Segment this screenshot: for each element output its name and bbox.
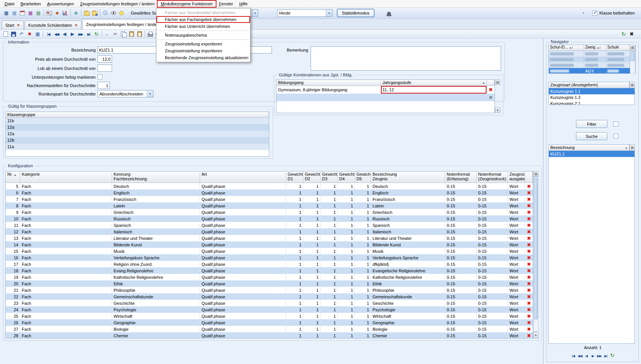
column-header-gewicht[interactable]: GewichtD3: [320, 171, 338, 183]
konfig-row[interactable]: 24FachPsychologieQualif.phase11111Psycho…: [6, 306, 533, 313]
konfig-scrollbar[interactable]: [533, 177, 539, 332]
save-icon[interactable]: [10, 30, 18, 38]
kombination-row-empty[interactable]: ✕: [277, 94, 495, 101]
last-icon[interactable]: ▶|: [85, 30, 93, 38]
new-icon[interactable]: [2, 30, 10, 38]
scrollbar-thumb[interactable]: [631, 51, 634, 61]
nachkomma-input[interactable]: [98, 82, 110, 89]
delete-row-button[interactable]: ✖: [525, 254, 533, 261]
delete-row-button[interactable]: ✖: [525, 228, 533, 235]
delete-row-button[interactable]: ✖: [525, 274, 533, 280]
school-row[interactable]: [549, 57, 635, 62]
matrix-icon[interactable]: ▦: [10, 9, 18, 17]
date-combo[interactable]: Heute ▼: [277, 9, 332, 17]
delete-row-button[interactable]: ✕: [487, 94, 495, 101]
chevron-down-icon[interactable]: ▼: [252, 10, 258, 16]
delete-row-button[interactable]: ✖: [525, 287, 533, 293]
chevron-down-icon[interactable]: ▼: [147, 91, 153, 97]
grid-settings-icon[interactable]: ⊞: [630, 45, 635, 50]
view-icon[interactable]: [109, 9, 117, 17]
grid-settings-icon[interactable]: ⊞: [533, 171, 539, 177]
column-header-bildungsgang[interactable]: Bildungsgang: [277, 80, 381, 86]
filter-checkbox[interactable]: [613, 121, 618, 126]
konfig-row[interactable]: 21FachPhilosophieQualif.phase11111Philos…: [6, 287, 533, 293]
refresh-view-button[interactable]: ↻: [620, 30, 628, 38]
menu-datei[interactable]: Datei: [2, 1, 18, 7]
folder-open-icon[interactable]: [83, 9, 91, 17]
konfig-row[interactable]: 27FachBiologieQualif.phase11111Biologie0…: [6, 326, 533, 332]
menu-fenster[interactable]: Fenster: [216, 1, 236, 7]
konfig-row[interactable]: 26FachGeographieQualif.phase11111Geograp…: [6, 319, 533, 326]
konfig-row[interactable]: 12FachItalienischQualif.phase11111Italie…: [6, 228, 533, 235]
menu-item-fächer-aus-fachangebot-übernehmen[interactable]: Fächer aus Fachangebot übernehmen: [156, 16, 250, 23]
menu-item-fächer-aus-stundentafel-übernehmen[interactable]: Fächer aus Stundentafel übernehmen: [156, 9, 250, 16]
bezeichnung-item[interactable]: KUZ1.1: [549, 151, 634, 157]
lob-input[interactable]: [98, 65, 112, 72]
menu-item-notenausgabeschema[interactable]: Notenausgabeschema: [156, 32, 250, 39]
chevron-down-icon[interactable]: ▼: [326, 10, 332, 16]
konfig-row[interactable]: 28FachChemieQualif.phase11111Chemie0-150…: [6, 332, 533, 338]
paste-icon[interactable]: [127, 30, 135, 38]
globe-icon[interactable]: ⊕: [72, 9, 80, 17]
delete-row-button[interactable]: ✖: [525, 300, 533, 306]
konfig-row[interactable]: 15FachMusikQualif.phase11111Musik0-150-1…: [6, 248, 533, 254]
school-row-selected[interactable]: AGY: [549, 68, 635, 74]
copy-icon[interactable]: [119, 30, 127, 38]
timetable-icon[interactable]: ▦: [2, 9, 10, 17]
zeugnisart-item[interactable]: Kurszeugnis 2.1: [549, 100, 634, 105]
grid-settings-icon[interactable]: ⊞: [630, 82, 635, 88]
zeugnisart-header[interactable]: Zeugnisart (Anzeigeform): [548, 82, 630, 88]
konfig-row[interactable]: 23FachGeschichteQualif.phase11111Geschic…: [6, 300, 533, 306]
tip-icon[interactable]: [117, 9, 125, 17]
refresh-button[interactable]: ↻: [609, 352, 616, 358]
scroll-down-icon[interactable]: ▼: [533, 332, 539, 338]
konfig-row[interactable]: 7FachFranzösischQualif.phase11111Französ…: [6, 196, 533, 202]
column-header-notenformat[interactable]: Notenformat(Erfassung): [445, 171, 477, 183]
next-fast-button[interactable]: ▶▶: [596, 353, 603, 359]
delete-row-button[interactable]: ✖: [525, 313, 533, 319]
column-header-notenformat[interactable]: Notenformat(Zeugnisdruck): [477, 171, 508, 183]
delete-row-button[interactable]: ✖: [525, 332, 533, 338]
paste-special-icon[interactable]: [135, 30, 143, 38]
delete-row-button[interactable]: ✖: [525, 196, 533, 202]
keep-class-checkbox[interactable]: [592, 11, 597, 16]
prev-fast-button[interactable]: ◀◀: [577, 353, 583, 359]
konfig-row[interactable]: 13FachLiteratur und TheaterQualif.phase1…: [6, 235, 533, 241]
grid-settings-icon[interactable]: ⊞: [630, 144, 635, 151]
idcard-icon[interactable]: [45, 9, 53, 17]
school-row[interactable]: [549, 51, 635, 57]
delete-row-button[interactable]: ✖: [525, 306, 533, 313]
konfig-row[interactable]: 14FachBildende KunstQualif.phase11111Bil…: [6, 241, 533, 248]
calendar-icon[interactable]: [18, 9, 26, 17]
chart-icon[interactable]: [61, 9, 69, 17]
delete-icon[interactable]: ✖: [26, 30, 34, 38]
klassengruppe-row[interactable]: 11b: [6, 118, 269, 124]
column-header-art[interactable]: Art: [200, 171, 286, 183]
menu-item-fächer-aus-unterricht-übernehmen[interactable]: Fächer aus Unterricht übernehmen: [156, 23, 250, 30]
filter-button[interactable]: Filter: [576, 120, 607, 128]
next-icon[interactable]: ▶: [68, 30, 76, 38]
klassengruppe-row[interactable]: 12b: [6, 137, 269, 144]
column-header-gewicht[interactable]: GewichtD2: [303, 171, 320, 183]
column-header-zweig[interactable]: Zweig▲2: [584, 45, 606, 51]
print-icon[interactable]: [146, 30, 154, 38]
grid-settings-icon[interactable]: ⊞: [495, 79, 500, 85]
delete-row-button[interactable]: ✖: [487, 86, 495, 94]
column-header-kennung[interactable]: KennungFachbezeichnung: [112, 171, 200, 183]
back-icon[interactable]: ←: [103, 30, 111, 38]
konfig-row[interactable]: 19FachKatholische ReligionslehreQualif.p…: [6, 274, 533, 280]
menu-item-zeugniseinstellung-exportieren[interactable]: Zeugniseinstellung exportieren: [156, 40, 250, 47]
unterpunktungen-checkbox[interactable]: [98, 74, 102, 79]
konfig-row[interactable]: 5FachDeutschQualif.phase11111Deutsch0-15…: [6, 183, 533, 189]
groups-icon[interactable]: ☻: [53, 9, 61, 17]
school-scrollbar[interactable]: [630, 50, 635, 74]
kombination-row[interactable]: Gymnasium, 8-jähriger Bildungsgang11, 12…: [277, 86, 495, 94]
column-header-gewicht[interactable]: GewichtD4: [338, 171, 355, 183]
bemerkung-textarea[interactable]: [311, 46, 501, 71]
delete-row-button[interactable]: ✖: [525, 326, 533, 332]
prev-icon[interactable]: ◀: [60, 30, 68, 38]
prev-fast-icon[interactable]: ◀◀: [52, 30, 60, 38]
konfig-row[interactable]: 9FachGriechischQualif.phase11111Griechis…: [6, 209, 533, 215]
menu-item-zeugniseinstellung-importieren[interactable]: Zeugniseinstellung importieren: [156, 47, 250, 54]
delete-row-button[interactable]: ✖: [525, 241, 533, 248]
